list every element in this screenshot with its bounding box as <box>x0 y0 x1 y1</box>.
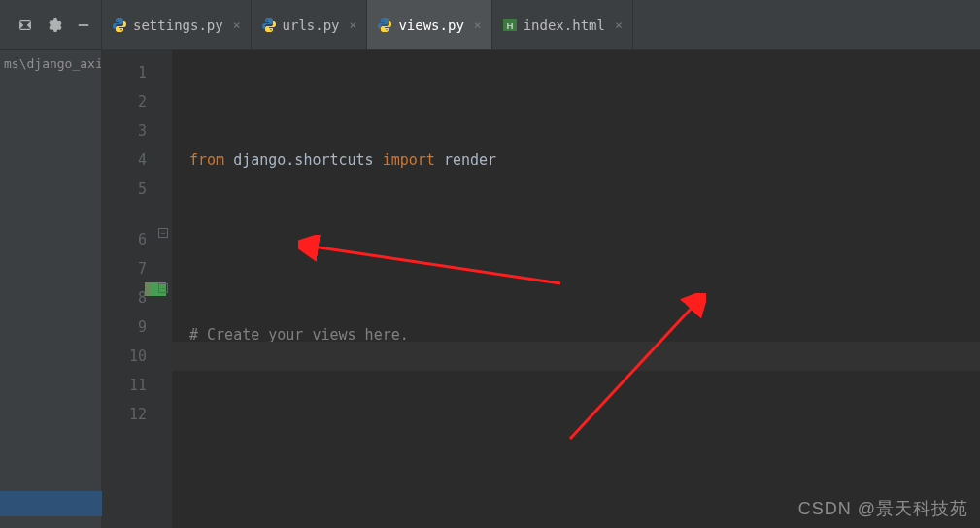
tab-urls-py[interactable]: urls.py × <box>252 0 368 50</box>
line-number: 11 <box>102 371 147 400</box>
tool-window-stripe[interactable] <box>0 491 102 516</box>
code-area[interactable]: from django.shortcuts import render # Cr… <box>172 50 980 528</box>
tab-label: index.html <box>524 17 605 33</box>
line-number: 1 <box>102 58 147 87</box>
line-number: 9 <box>102 313 147 342</box>
line-number: 4 <box>102 146 147 175</box>
svg-rect-0 <box>79 24 89 26</box>
line-number: 7 <box>102 254 147 283</box>
html-file-icon: H <box>502 17 518 33</box>
hide-icon[interactable] <box>76 17 91 33</box>
gutter: 1 2 3 4 5 6 7 8 9 10 11 12 − − <box>102 50 172 528</box>
fold-icon[interactable]: − <box>158 228 168 238</box>
close-icon[interactable]: × <box>350 17 357 32</box>
line-number: 3 <box>102 116 147 146</box>
tab-settings-py[interactable]: settings.py × <box>102 0 252 50</box>
line-number: 8 <box>102 283 147 313</box>
current-line-highlight <box>172 342 980 371</box>
editor-area: ms\django_axic 1 2 3 4 5 6 7 8 9 10 11 1… <box>0 50 980 528</box>
line-number: 5 <box>102 175 147 204</box>
tab-label: settings.py <box>133 17 223 33</box>
line-number: 10 <box>102 342 147 371</box>
line-number: 6 <box>102 225 147 254</box>
tab-label: views.py <box>398 17 463 33</box>
line-number: 2 <box>102 87 147 116</box>
close-icon[interactable]: × <box>233 17 241 32</box>
line-number: 12 <box>102 400 147 429</box>
tab-index-html[interactable]: H index.html × <box>492 0 633 50</box>
collapse-icon[interactable] <box>17 17 33 33</box>
editor-tabs: settings.py × urls.py × views.py × H ind… <box>102 0 980 50</box>
toolbar-left <box>0 0 102 50</box>
code-line <box>189 408 980 437</box>
editor[interactable]: 1 2 3 4 5 6 7 8 9 10 11 12 − − from djan… <box>102 50 980 528</box>
close-icon[interactable]: × <box>615 17 623 32</box>
gear-icon[interactable] <box>47 17 62 33</box>
code-line: from django.shortcuts import render <box>189 146 980 175</box>
code-line <box>189 495 980 524</box>
svg-text:H: H <box>506 21 513 31</box>
breadcrumb[interactable]: ms\django_axic <box>0 50 102 528</box>
breadcrumb-text: ms\django_axic <box>4 56 102 71</box>
python-file-icon <box>112 17 127 33</box>
close-icon[interactable]: × <box>474 17 482 32</box>
python-file-icon <box>377 17 392 33</box>
code-line <box>189 233 980 262</box>
tab-label: urls.py <box>283 17 340 33</box>
top-bar: settings.py × urls.py × views.py × H ind… <box>0 0 980 50</box>
fold-icon[interactable]: − <box>158 283 168 293</box>
tab-views-py[interactable]: views.py × <box>367 0 491 50</box>
python-file-icon <box>261 17 277 33</box>
